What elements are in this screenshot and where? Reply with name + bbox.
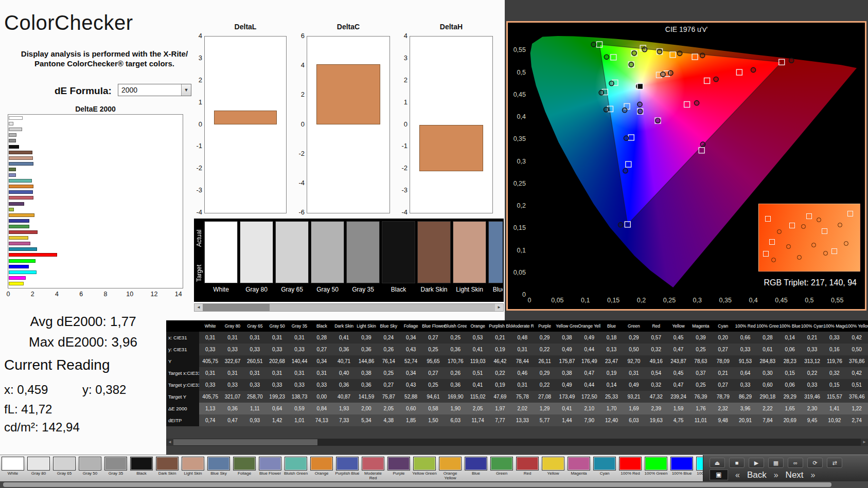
display-mode-button[interactable]: ▣: [710, 469, 728, 480]
table-cell: 172,50: [578, 391, 600, 403]
loop-button[interactable]: ⟳: [807, 458, 823, 468]
table-cell: 0,26: [378, 344, 400, 355]
chevrons-left-icon[interactable]: «: [735, 471, 740, 480]
continuous-measure-button[interactable]: ∞: [788, 458, 803, 468]
toolbar-patch-gray-65[interactable]: Gray 65: [51, 455, 77, 482]
table-cell: 0,31: [511, 344, 534, 355]
table-cell: 0,33: [288, 344, 310, 355]
cie-y-axis: 00,050,10,150,20,250,30,350,40,450,50,55: [508, 36, 527, 295]
deltaC-y-axis: 6420-2-4-6: [287, 36, 305, 213]
chevrons-right-icon[interactable]: »: [774, 471, 778, 480]
table-scrollbar[interactable]: ◄ ►: [166, 439, 868, 446]
column-header-blue-flower: Blue Flower: [422, 320, 444, 332]
toolbar-patch-100-green[interactable]: 100% Green: [643, 455, 669, 482]
table-cell: 11,74: [467, 414, 489, 426]
patch-color-swatch: [465, 457, 487, 471]
target-row-label: Target: [196, 258, 203, 288]
toolbar-patch-yellow-green[interactable]: Yellow Green: [412, 455, 437, 482]
eject-button[interactable]: ⏏: [710, 458, 725, 468]
table-cell: 0,22: [489, 367, 511, 379]
toolbar-patch-moderate-red[interactable]: Moderate Red: [360, 455, 386, 482]
column-header-bluish-green: Bluish Green: [445, 320, 467, 332]
table-cell: 0,58: [422, 403, 444, 414]
toolbar-patch-green[interactable]: Green: [489, 455, 515, 482]
toolbar-patch-foliage[interactable]: Foliage: [232, 455, 257, 482]
toolbar-patch-blue-sky[interactable]: Blue Sky: [206, 455, 232, 482]
chevrons-right-end-icon[interactable]: »: [811, 471, 816, 480]
patch-color-swatch: [27, 457, 50, 471]
scroll-left-arrow-icon[interactable]: ◄: [194, 304, 203, 311]
toolbar-patch-magenta[interactable]: Magenta: [566, 455, 592, 482]
patch-label: Cyan: [592, 471, 617, 480]
cie-target-square-magenta: [684, 102, 690, 107]
cie-target-square-green: [611, 55, 616, 60]
scroll-right-arrow-icon[interactable]: ►: [495, 304, 503, 311]
patch-color-swatch: [696, 457, 703, 471]
toolbar-patch-dark-skin[interactable]: Dark Skin: [154, 455, 180, 482]
toolbar-patch-orange-yellow[interactable]: Orange Yellow: [437, 455, 463, 482]
pattern-grid-button[interactable]: ▦: [768, 458, 784, 468]
table-cell: 0,27: [311, 344, 333, 355]
swatch-strip-scrollbar[interactable]: ◄ ►: [194, 303, 504, 312]
de2000-bar-foliage: [9, 168, 16, 171]
table-row-y-cie31: y: CIE310,330,330,330,330,330,270,360,36…: [166, 344, 868, 355]
table-cell: 0,25: [689, 344, 712, 355]
toolbar-patch-purplish-blue[interactable]: Purplish Blue: [334, 455, 360, 482]
swatch-label: Gray 65: [275, 286, 309, 293]
toolbar-patch-100-red[interactable]: 100% Red: [617, 455, 643, 482]
toolbar-patch-100-cyan[interactable]: 100% Cyan: [695, 455, 703, 482]
back-button[interactable]: Back: [747, 470, 767, 480]
scrollbar-thumb[interactable]: [203, 304, 270, 311]
toolbar-patch-red[interactable]: Red: [515, 455, 540, 482]
stop-button[interactable]: ■: [729, 458, 745, 468]
axis-tick-label: 0,2: [517, 202, 526, 209]
toolbar-patch-gray-80[interactable]: Gray 80: [26, 455, 51, 482]
axis-tick-label: 2: [390, 76, 408, 84]
cie-measured-circle-moderate-red: [714, 77, 718, 82]
toolbar-patch-cyan[interactable]: Cyan: [592, 455, 617, 482]
table-cell: 1,01: [288, 414, 310, 426]
toolbar-patch-bluish-green[interactable]: Bluish Green: [283, 455, 309, 482]
table-cell: 0,54: [645, 367, 667, 379]
patch-label: 100% Red: [617, 471, 643, 480]
axis-tick-label: 4: [390, 32, 408, 40]
de-formula-select[interactable]: 2000 ▼: [118, 84, 191, 96]
toolbar-patch-blue[interactable]: Blue: [463, 455, 489, 482]
table-cell: 0,36: [445, 344, 467, 355]
scrollbar-thumb[interactable]: [173, 439, 317, 445]
row-label: Target Y: [166, 391, 199, 403]
toolbar-patch-gray-35[interactable]: Gray 35: [103, 455, 129, 482]
toolbar-patch-white[interactable]: White: [0, 455, 26, 482]
table-corner-cell: [166, 320, 199, 332]
deltaH-bar-chart: [410, 36, 493, 213]
cie-x-axis: 00,050,10,150,20,250,30,350,40,450,50,55: [529, 297, 857, 304]
scroll-right-arrow-icon[interactable]: ►: [861, 439, 868, 446]
cie-measured-circle-dark-skin: [668, 70, 673, 75]
toolbar-patch-light-skin[interactable]: Light Skin: [180, 455, 206, 482]
toolbar-patch-100-blue[interactable]: 100% Blue: [669, 455, 695, 482]
table-cell: 1,13: [199, 403, 221, 414]
column-header-foliage: Foliage: [400, 320, 422, 332]
toolbar-patch-black[interactable]: Black: [129, 455, 154, 482]
toolbar-patch-gray-50[interactable]: Gray 50: [77, 455, 103, 482]
swatch-color-block: [240, 221, 273, 283]
sync-button[interactable]: ⇄: [827, 458, 842, 468]
row-label: Target y:CIE31: [166, 379, 199, 391]
page-scrollbar[interactable]: [0, 481, 868, 488]
table-cell: 322,67: [221, 355, 243, 367]
patch-color-swatch: [156, 457, 179, 471]
patch-label: Bluish Green: [283, 471, 309, 480]
scrollbar-thumb[interactable]: [3, 482, 831, 487]
de2000-bar-black: [9, 145, 19, 149]
toolbar-patch-orange[interactable]: Orange: [309, 455, 334, 482]
toolbar-patch-purple[interactable]: Purple: [386, 455, 412, 482]
play-button[interactable]: ▶: [749, 458, 764, 468]
toolbar-patch-yellow[interactable]: Yellow: [540, 455, 566, 482]
table-cell: 0,15: [823, 379, 845, 391]
next-button[interactable]: Next: [786, 470, 804, 480]
table-cell: 0,26: [445, 367, 467, 379]
dc-delta-bar: [316, 64, 380, 124]
scroll-left-arrow-icon[interactable]: ◄: [166, 439, 173, 446]
swatch-color-block: [346, 221, 380, 283]
toolbar-patch-blue-flower[interactable]: Blue Flower: [257, 455, 283, 482]
